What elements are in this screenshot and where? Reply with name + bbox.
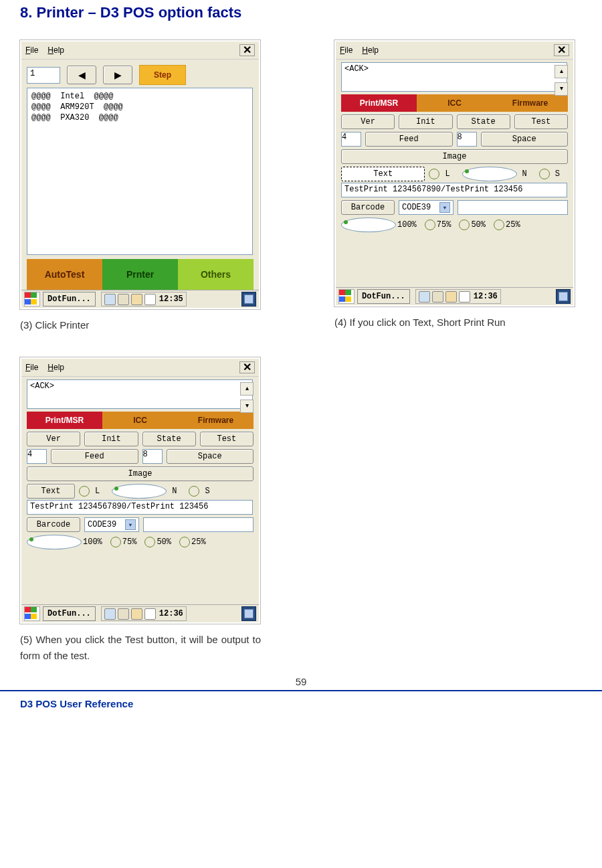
radio-scale-100[interactable]: [341, 218, 396, 232]
radio-size-n[interactable]: [112, 484, 167, 499]
space-button[interactable]: Space: [481, 132, 569, 147]
radio-scale-100[interactable]: [27, 535, 82, 549]
barcode-button[interactable]: Barcode: [341, 200, 395, 215]
tray-icon[interactable]: [432, 291, 443, 302]
radio-label-75: 75%: [122, 537, 137, 547]
space-count-input[interactable]: 8: [457, 132, 477, 147]
radio-scale-75[interactable]: [425, 220, 435, 230]
step-prev-button[interactable]: ◀: [67, 66, 96, 84]
tab-icc[interactable]: ICC: [102, 412, 178, 429]
radio-size-l[interactable]: [79, 486, 90, 497]
state-button[interactable]: State: [142, 432, 196, 446]
barcode-input[interactable]: [143, 517, 254, 532]
radio-size-l[interactable]: [429, 169, 439, 179]
step-next-button[interactable]: ▶: [103, 66, 132, 84]
tray-icon[interactable]: [104, 294, 116, 305]
tab-printer[interactable]: Prnter: [102, 259, 178, 290]
radio-size-s[interactable]: [539, 169, 550, 179]
barcode-input[interactable]: [458, 200, 568, 215]
radio-label-l: L: [445, 169, 449, 179]
radio-scale-50[interactable]: [459, 220, 470, 230]
log-textarea[interactable]: @@@@ Intel @@@@ @@@@ ARM920T @@@@ @@@@ P…: [27, 88, 253, 255]
radio-label-n: N: [522, 169, 527, 179]
testprint-input[interactable]: TestPrint 1234567890/TestPrint 123456: [341, 183, 567, 197]
menu-file[interactable]: File: [340, 46, 353, 55]
menu-file[interactable]: File: [25, 46, 38, 55]
test-button[interactable]: Test: [200, 432, 254, 446]
start-icon[interactable]: [24, 292, 40, 307]
tab-firmware[interactable]: Firmware: [178, 412, 254, 429]
scroll-up-icon[interactable]: ▴: [240, 382, 254, 396]
ver-button[interactable]: Ver: [341, 114, 395, 129]
tray-icon[interactable]: [445, 291, 457, 302]
scroll-down-icon[interactable]: ▾: [555, 82, 568, 96]
feed-count-input[interactable]: 4: [341, 132, 361, 147]
radio-scale-25[interactable]: [179, 537, 190, 547]
image-button[interactable]: Image: [341, 149, 568, 164]
menu-help[interactable]: Help: [362, 46, 379, 55]
test-button[interactable]: Test: [514, 114, 568, 129]
radio-label-25: 25%: [191, 537, 206, 547]
radio-label-25: 25%: [506, 220, 520, 230]
close-icon[interactable]: ✕: [239, 361, 255, 373]
radio-label-s: S: [555, 169, 560, 179]
tray-icon[interactable]: [144, 294, 156, 305]
feed-button[interactable]: Feed: [51, 449, 138, 464]
tab-icc[interactable]: ICC: [417, 94, 492, 112]
scroll-up-icon[interactable]: ▴: [555, 65, 568, 78]
task-switch-icon[interactable]: [241, 606, 256, 621]
close-icon[interactable]: ✕: [554, 44, 569, 56]
tray-icon[interactable]: [144, 608, 156, 620]
page-number: 59: [20, 676, 582, 687]
menu-help[interactable]: Help: [47, 363, 64, 372]
tray-icon[interactable]: [131, 294, 142, 305]
init-button[interactable]: Init: [84, 432, 138, 446]
radio-scale-75[interactable]: [110, 537, 121, 547]
image-button[interactable]: Image: [27, 466, 254, 481]
tray-icon[interactable]: [419, 291, 430, 302]
step-number-input[interactable]: 1: [27, 67, 60, 84]
start-icon[interactable]: [338, 289, 355, 304]
ver-button[interactable]: Ver: [27, 432, 80, 446]
close-icon[interactable]: ✕: [239, 44, 255, 56]
task-switch-icon[interactable]: [556, 289, 571, 304]
tray-icon[interactable]: [459, 291, 470, 302]
tray-icon[interactable]: [131, 608, 142, 620]
feed-button[interactable]: Feed: [365, 132, 453, 147]
start-icon[interactable]: [24, 606, 40, 621]
barcode-type-select[interactable]: CODE39▼: [399, 200, 454, 215]
tray-icon[interactable]: [118, 608, 129, 620]
text-button[interactable]: Text: [27, 484, 75, 499]
task-switch-icon[interactable]: [241, 292, 256, 307]
task-app[interactable]: DotFun...: [43, 292, 96, 307]
barcode-button[interactable]: Barcode: [27, 517, 80, 532]
barcode-type-select[interactable]: CODE39▼: [84, 517, 139, 532]
tab-autotest[interactable]: AutoTest: [27, 259, 102, 290]
radio-size-n[interactable]: [462, 167, 517, 181]
space-count-input[interactable]: 8: [142, 449, 163, 464]
testprint-input[interactable]: TestPrint 1234567890/TestPrint 123456: [27, 500, 253, 515]
tab-firmware[interactable]: Firmware: [492, 94, 568, 112]
task-app[interactable]: DotFun...: [43, 606, 96, 621]
text-button[interactable]: Text: [341, 167, 425, 181]
tray-icon[interactable]: [118, 294, 129, 305]
ack-textarea[interactable]: <ACK>: [341, 62, 567, 92]
radio-size-s[interactable]: [189, 486, 199, 497]
feed-count-input[interactable]: 4: [27, 449, 47, 464]
scroll-down-icon[interactable]: ▾: [240, 400, 254, 413]
init-button[interactable]: Init: [399, 114, 452, 129]
tray-icon[interactable]: [104, 608, 116, 620]
menu-file[interactable]: File: [25, 363, 38, 372]
task-app[interactable]: DotFun...: [357, 289, 410, 304]
radio-scale-25[interactable]: [494, 220, 504, 230]
caption-4: (4) If you click on Text, Short Print Ru…: [334, 315, 575, 331]
tab-print-msr[interactable]: Print/MSR: [341, 94, 417, 112]
space-button[interactable]: Space: [167, 449, 254, 464]
state-button[interactable]: State: [457, 114, 510, 129]
chevron-down-icon: ▼: [125, 519, 136, 530]
menu-help[interactable]: Help: [47, 46, 64, 55]
tab-print-msr[interactable]: Print/MSR: [27, 412, 102, 429]
radio-scale-50[interactable]: [144, 537, 155, 547]
ack-textarea[interactable]: <ACK>: [27, 379, 253, 409]
tab-others[interactable]: Others: [178, 259, 254, 290]
